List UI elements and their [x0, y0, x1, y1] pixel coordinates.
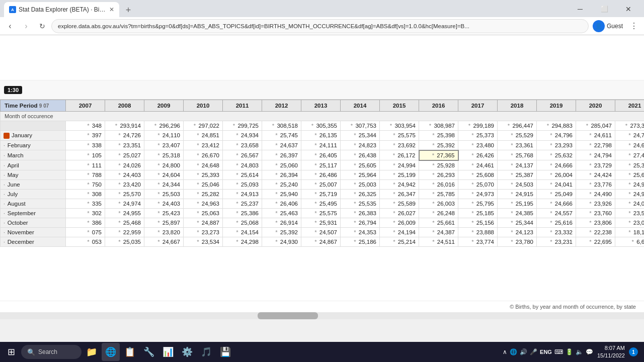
minimize-button[interactable]: ─ [569, 2, 592, 16]
data-cell: * 25,589 [380, 199, 419, 208]
data-cell: * 24,648 [184, 160, 223, 170]
year-col-2012: 2012 [262, 100, 301, 112]
data-cell: * 25,003 [341, 179, 380, 189]
microphone-icon[interactable]: 🎤 [530, 348, 537, 355]
active-tab[interactable]: A Stat Data Explorer (BETA) · Birth... ✕ [4, 2, 119, 17]
data-table: Time Period 9 07 2007 2008 2009 2010 201… [0, 100, 644, 247]
taskbar-clock[interactable]: 8:07 AM 15/11/2022 [597, 344, 625, 360]
search-icon: 🔍 [27, 348, 35, 356]
copyright-text: © Births, by year and month of occurrenc… [510, 304, 636, 310]
tab-favicon: A [9, 6, 16, 13]
taskbar-file-explorer[interactable]: 📁 [83, 343, 101, 361]
taskbar-search[interactable]: 🔍 Search [21, 345, 82, 359]
data-cell: * 24,942 [380, 179, 419, 189]
data-cell: * 25,049 [537, 189, 576, 199]
data-cell: * 22,959 [105, 227, 144, 237]
data-cell: * 24,041 [537, 179, 576, 189]
month-cell: ·November [1, 227, 66, 237]
data-cell: * 25,529 [498, 131, 537, 141]
orange-dot [4, 133, 10, 139]
reload-button[interactable]: ↻ [35, 19, 49, 33]
battery-icon[interactable]: 🔋 [566, 348, 573, 355]
taskbar-extra3[interactable]: 📊 [159, 343, 177, 361]
data-cell: * 24,930 [262, 237, 301, 246]
taskbar-browser[interactable]: 🌐 [102, 343, 120, 361]
data-cell: * 307,753 [341, 121, 380, 131]
data-cell: * 25,282 [184, 189, 223, 199]
scrollbar-thumb[interactable] [258, 312, 318, 319]
network-icon[interactable]: 🌐 [510, 348, 517, 355]
data-cell: * 27,365 [419, 150, 458, 160]
taskbar-extra5[interactable]: 🎵 [197, 343, 215, 361]
data-cell: * 24,637 [262, 140, 301, 150]
data-cell: * 24,123 [498, 227, 537, 237]
data-cell: * 23,658 [223, 140, 262, 150]
data-cell: * 25,392 [419, 140, 458, 150]
speaker-icon[interactable]: 🔈 [576, 348, 583, 355]
volume-icon[interactable]: 🔊 [520, 348, 527, 355]
chevron-icon[interactable]: ∧ [503, 348, 507, 355]
data-cell: * 25,745 [262, 131, 301, 141]
data-cell: * 24,507 [301, 227, 341, 237]
month-label: October [8, 220, 28, 226]
data-cell: * 23,420 [105, 179, 144, 189]
data-cell: * 25,344 [341, 131, 380, 141]
data-cell: * 25,940 [262, 189, 301, 199]
data-cell: * 6,659 [615, 237, 645, 246]
address-bar: ‹ › ↻ explore.data.abs.gov.au/vis?tm=bir… [0, 17, 644, 35]
menu-button[interactable]: ⋮ [627, 19, 641, 33]
data-cell: * 25,344 [498, 218, 537, 227]
data-cell: * 24,915 [498, 189, 537, 199]
taskbar-extra1[interactable]: 📋 [121, 343, 139, 361]
data-cell: * 25,768 [498, 150, 537, 160]
close-window-button[interactable]: ✕ [617, 2, 640, 16]
data-cell: * 25,669 [615, 170, 645, 179]
table-row: * 348* 293,914* 296,296* 297,022* 299,72… [1, 121, 645, 131]
taskbar-extra2[interactable]: 🔧 [140, 343, 158, 361]
maximize-button[interactable]: ⬜ [593, 2, 616, 16]
data-cell: * 27,433 [615, 150, 645, 160]
taskbar-extra4[interactable]: ⚙️ [178, 343, 196, 361]
time-period-header: Time Period 9 07 [1, 100, 66, 112]
data-cell: * 24,666 [537, 160, 576, 170]
table-row: ·February* 338* 23,351* 23,407* 23,412* … [1, 140, 645, 150]
data-cell: * 25,535 [341, 199, 380, 208]
bullet: · [4, 211, 5, 216]
data-cell: * 285,047 [576, 121, 615, 131]
back-button[interactable]: ‹ [3, 19, 17, 33]
data-cell-prefix: * 386 [66, 218, 105, 227]
start-button[interactable]: ⊞ [2, 343, 20, 361]
horizontal-scrollbar[interactable] [0, 312, 644, 319]
data-cell: * 23,534 [184, 237, 223, 246]
notifications-icon[interactable]: 💬 [586, 348, 593, 355]
data-cell: * 25,373 [458, 131, 498, 141]
data-cell: * 26,004 [537, 170, 576, 179]
data-cell: * 23,820 [144, 227, 184, 237]
data-cell: * 26,009 [380, 218, 419, 227]
month-label: August [8, 201, 26, 207]
data-cell: * 25,237 [223, 199, 262, 208]
data-cell: * 24,387 [419, 227, 458, 237]
data-cell: * 25,046 [184, 179, 223, 189]
data-cell: * 24,385 [498, 208, 537, 218]
data-cell-prefix: * 053 [66, 237, 105, 246]
data-cell: * 25,342 [615, 160, 645, 170]
data-cell: * 24,060 [615, 199, 645, 208]
tab-close-icon[interactable]: ✕ [109, 6, 114, 13]
new-tab-button[interactable]: + [121, 3, 135, 17]
month-cell: ·August [1, 199, 66, 208]
data-cell: * 25,570 [105, 189, 144, 199]
keyboard-icon[interactable]: ⌨ [554, 348, 563, 355]
taskbar-extra6[interactable]: 💾 [216, 343, 234, 361]
url-input[interactable]: explore.data.abs.gov.au/vis?tm=births&pg… [51, 19, 589, 33]
profile-area[interactable]: 👤 Guest [591, 20, 625, 32]
notification-badge[interactable]: 1 [629, 347, 638, 356]
forward-button[interactable]: › [19, 19, 33, 33]
data-cell: * 25,063 [184, 208, 223, 218]
data-cell: * 25,897 [144, 218, 184, 227]
table-container[interactable]: Time Period 9 07 2007 2008 2009 2010 201… [0, 100, 644, 301]
data-cell: * 23,776 [576, 179, 615, 189]
data-cell: * 24,424 [576, 170, 615, 179]
data-cell: * 18,186 [615, 227, 645, 237]
data-cell-prefix: * 338 [66, 140, 105, 150]
